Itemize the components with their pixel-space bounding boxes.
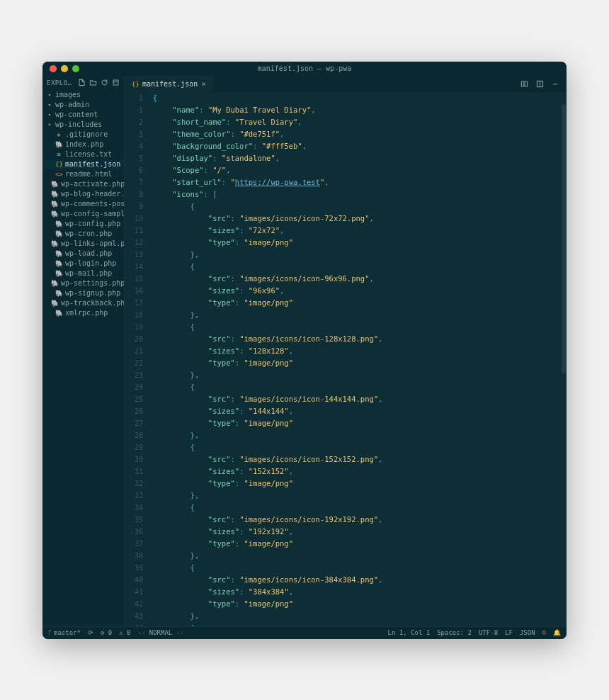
- explorer-header: EXPLO…: [42, 76, 124, 90]
- code-content[interactable]: "name": "My Dubai Travel Diary", "short_…: [150, 104, 561, 626]
- code-line[interactable]: "sizes": "152x152",: [150, 465, 561, 478]
- file-tree-item[interactable]: ▸wp-admin: [42, 100, 124, 110]
- file-tree-item[interactable]: 🐘wp-cron.php: [42, 229, 124, 239]
- file-tree-item[interactable]: 🐘wp-blog-header.php: [42, 189, 124, 199]
- code-line[interactable]: "background_color": "#fff5eb",: [150, 140, 561, 152]
- file-tree-item[interactable]: 🐘wp-config.php: [42, 219, 124, 229]
- php-icon: 🐘: [51, 210, 58, 218]
- warnings-count[interactable]: ⚠ 0: [119, 629, 130, 636]
- language-mode[interactable]: JSON: [520, 629, 535, 636]
- code-line[interactable]: "src": "images/icons/icon-192x192.png",: [150, 514, 561, 526]
- file-tree-item[interactable]: 🐘wp-comments-post.php: [42, 199, 124, 209]
- code-line[interactable]: {: [150, 261, 561, 273]
- code-line[interactable]: "src": "images/icons/icon-72x72.png",: [150, 213, 561, 225]
- refresh-icon[interactable]: [100, 79, 108, 87]
- code-line[interactable]: "src": "images/icons/icon-384x384.png",: [150, 574, 561, 586]
- file-tree-item[interactable]: 🐘wp-trackback.php: [42, 298, 124, 308]
- code-line[interactable]: {: [150, 201, 561, 213]
- code-line[interactable]: "short_name": "Travel Diary",: [150, 116, 561, 128]
- file-tree-item[interactable]: 🐘xmlrpc.php: [42, 308, 124, 318]
- indentation[interactable]: Spaces: 2: [437, 629, 472, 636]
- code-line[interactable]: },: [150, 429, 561, 441]
- code-line[interactable]: "start_url": "https://wp-pwa.test",: [150, 176, 561, 188]
- file-name: wp-cron.php: [65, 230, 112, 237]
- sync-icon[interactable]: ⟳: [88, 629, 93, 636]
- file-tree-item[interactable]: ≡license.txt: [42, 149, 124, 159]
- split-editor-icon[interactable]: [535, 80, 544, 89]
- code-line[interactable]: "type": "image/png": [150, 478, 561, 490]
- new-file-icon[interactable]: [77, 79, 86, 87]
- code-line[interactable]: },: [150, 550, 561, 562]
- code-line[interactable]: {: [150, 502, 561, 514]
- code-line[interactable]: },: [150, 369, 561, 381]
- code-line[interactable]: "sizes": "72x72",: [150, 225, 561, 237]
- code-line[interactable]: {: [150, 381, 561, 393]
- code-line[interactable]: "type": "image/png": [150, 538, 561, 550]
- scrollbar[interactable]: [561, 104, 567, 626]
- code-line[interactable]: {: [150, 441, 561, 453]
- new-folder-icon[interactable]: [89, 79, 97, 87]
- file-tree-item[interactable]: 🐘index.php: [42, 140, 124, 149]
- file-name: xmlrpc.php: [65, 309, 108, 317]
- file-tree-item[interactable]: 🐘wp-settings.php: [42, 278, 124, 288]
- code-line[interactable]: "sizes": "384x384",: [150, 586, 561, 598]
- code-line[interactable]: "type": "image/png": [150, 297, 561, 309]
- tab-manifest-json[interactable]: {} manifest.json ×: [125, 76, 214, 93]
- code-line[interactable]: "type": "image/png": [150, 237, 561, 249]
- collapse-icon[interactable]: [111, 79, 120, 87]
- code-line[interactable]: "type": "image/png": [150, 598, 561, 610]
- txt-icon: ≡: [55, 151, 62, 158]
- errors-count[interactable]: ⊘ 0: [101, 629, 112, 636]
- file-tree-item[interactable]: 🐘wp-mail.php: [42, 269, 124, 278]
- more-actions-icon[interactable]: ⋯: [551, 80, 559, 89]
- code-line[interactable]: "src": "images/icons/icon-96x96.png",: [150, 273, 561, 285]
- code-line[interactable]: },: [150, 610, 561, 622]
- code-line[interactable]: "name": "My Dubai Travel Diary",: [150, 104, 561, 116]
- code-line[interactable]: "src": "images/icons/icon-128x128.png",: [150, 333, 561, 345]
- file-tree-item[interactable]: <>readme.html: [42, 169, 124, 179]
- code-line[interactable]: "display": "standalone",: [150, 152, 561, 164]
- file-tree-item[interactable]: ▸wp-content: [42, 110, 124, 120]
- code-line[interactable]: "type": "image/png": [150, 417, 561, 429]
- file-tree-item[interactable]: 🐘wp-login.php: [42, 259, 124, 269]
- code-line[interactable]: "Scope": "/",: [150, 164, 561, 176]
- file-tree-item[interactable]: 🐘wp-signup.php: [42, 288, 124, 298]
- line-number: 39: [125, 562, 143, 574]
- code-line[interactable]: "sizes": "96x96",: [150, 285, 561, 297]
- file-tree-item[interactable]: ▸wp-includes: [42, 120, 124, 130]
- code-line[interactable]: {: [150, 562, 561, 574]
- code-line[interactable]: "theme_color": "#de751f",: [150, 128, 561, 140]
- file-tree-item[interactable]: ▸images: [42, 90, 124, 100]
- code-line[interactable]: "src": "images/icons/icon-144x144.png",: [150, 393, 561, 405]
- line-number: 42: [125, 598, 143, 610]
- file-tree: ▸images▸wp-admin▸wp-content▸wp-includes◈…: [42, 90, 124, 626]
- code-line[interactable]: },: [150, 490, 561, 502]
- feedback-icon[interactable]: ☺: [542, 629, 546, 636]
- code-line[interactable]: },: [150, 249, 561, 261]
- code-line[interactable]: "type": "image/png": [150, 357, 561, 369]
- code-editor[interactable]: 1234567891011121314151617181920212223242…: [125, 104, 567, 626]
- code-line[interactable]: "sizes": "144x144",: [150, 405, 561, 417]
- file-tree-item[interactable]: {}manifest.json: [42, 159, 124, 169]
- close-tab-icon[interactable]: ×: [201, 79, 206, 89]
- code-line[interactable]: "src": "images/icons/icon-152x152.png",: [150, 453, 561, 465]
- file-tree-item[interactable]: 🐘wp-activate.php: [42, 179, 124, 189]
- eol[interactable]: LF: [505, 629, 513, 636]
- notifications-icon[interactable]: 🔔: [553, 629, 561, 636]
- scrollbar-thumb[interactable]: [562, 104, 566, 373]
- encoding[interactable]: UTF-8: [479, 629, 498, 636]
- code-line[interactable]: {: [150, 622, 561, 626]
- code-line[interactable]: "sizes": "128x128",: [150, 345, 561, 357]
- code-line[interactable]: },: [150, 309, 561, 321]
- code-line[interactable]: "icons": [: [150, 188, 561, 201]
- file-tree-item[interactable]: 🐘wp-load.php: [42, 249, 124, 259]
- breadcrumb-text[interactable]: {: [150, 93, 160, 104]
- code-line[interactable]: {: [150, 321, 561, 333]
- file-tree-item[interactable]: 🐘wp-links-opml.php: [42, 239, 124, 249]
- file-tree-item[interactable]: ◈.gitignore: [42, 130, 124, 140]
- file-tree-item[interactable]: 🐘wp-config-sample.php: [42, 209, 124, 219]
- git-branch[interactable]: ᚶ master*: [48, 629, 81, 636]
- code-line[interactable]: "sizes": "192x192",: [150, 526, 561, 538]
- cursor-position[interactable]: Ln 1, Col 1: [388, 629, 431, 636]
- compare-icon[interactable]: [520, 80, 528, 89]
